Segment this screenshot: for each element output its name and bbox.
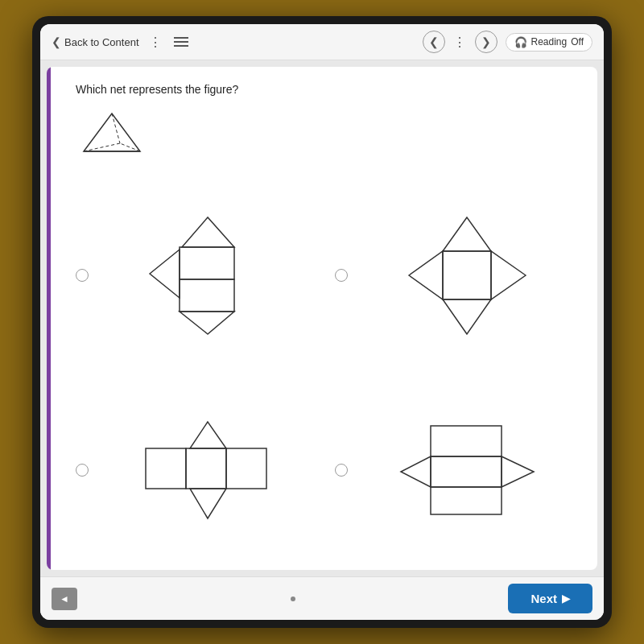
progress-dot xyxy=(291,597,295,601)
left-accent-bar xyxy=(47,67,51,570)
svg-rect-10 xyxy=(443,251,491,299)
svg-marker-13 xyxy=(443,299,491,334)
radio-b[interactable] xyxy=(335,269,348,282)
content-area: Which net represents the figure? xyxy=(47,67,597,570)
net-a-figure xyxy=(97,213,319,338)
svg-rect-16 xyxy=(146,448,186,489)
options-grid xyxy=(76,181,578,554)
net-c-figure xyxy=(97,418,319,522)
headphone-icon: 🎧 xyxy=(514,36,527,48)
radio-c[interactable] xyxy=(76,464,89,477)
net-d-figure xyxy=(356,418,578,522)
nav-left: ❮ Back to Content ⋮ xyxy=(52,35,190,50)
svg-marker-19 xyxy=(190,489,226,518)
svg-marker-5 xyxy=(182,217,234,247)
bottom-bar: ◄ Next ▶ xyxy=(40,576,604,620)
svg-rect-18 xyxy=(226,448,266,489)
reading-label: Reading xyxy=(531,36,568,47)
back-to-content-link[interactable]: ❮ Back to Content xyxy=(52,35,139,48)
reading-state: Off xyxy=(571,36,584,47)
option-b[interactable] xyxy=(335,181,578,369)
svg-marker-6 xyxy=(150,250,180,298)
top-nav: ❮ Back to Content ⋮ ❮ ⋮ ❯ 🎧 Reading xyxy=(40,24,604,60)
svg-marker-24 xyxy=(502,456,534,487)
svg-marker-11 xyxy=(443,217,491,251)
svg-rect-8 xyxy=(180,279,234,312)
chevron-left-icon: ❮ xyxy=(52,35,61,48)
next-arrow-icon: ▶ xyxy=(562,592,570,605)
back-arrow-icon: ◄ xyxy=(60,593,69,605)
menu-icon[interactable] xyxy=(172,35,190,48)
net-b-figure xyxy=(356,213,578,338)
svg-rect-17 xyxy=(186,448,226,489)
svg-marker-0 xyxy=(84,114,140,151)
option-c[interactable] xyxy=(76,386,319,554)
next-nav-button[interactable]: ❯ xyxy=(475,31,497,53)
option-d[interactable] xyxy=(335,386,578,554)
nav-right: ❮ ⋮ ❯ 🎧 Reading Off xyxy=(423,31,593,53)
vertical-dots-icon[interactable]: ⋮ xyxy=(149,35,163,50)
svg-marker-15 xyxy=(190,422,226,448)
question-text: Which net represents the figure? xyxy=(76,83,578,96)
back-label: Back to Content xyxy=(64,36,139,48)
next-button[interactable]: Next ▶ xyxy=(508,584,592,613)
option-a[interactable] xyxy=(76,181,319,369)
radio-d[interactable] xyxy=(335,464,348,477)
svg-marker-9 xyxy=(180,312,234,334)
svg-marker-14 xyxy=(409,251,443,299)
svg-rect-7 xyxy=(180,247,234,279)
next-label: Next xyxy=(530,592,557,605)
prev-chevron-icon: ❮ xyxy=(429,35,439,48)
svg-rect-20 xyxy=(431,426,502,456)
reading-toggle-button[interactable]: 🎧 Reading Off xyxy=(506,33,593,52)
svg-rect-22 xyxy=(431,487,502,514)
radio-a[interactable] xyxy=(76,269,89,282)
prev-nav-button[interactable]: ❮ xyxy=(423,31,445,53)
svg-marker-23 xyxy=(401,456,431,487)
back-square-button[interactable]: ◄ xyxy=(52,588,77,610)
more-options-icon[interactable]: ⋮ xyxy=(453,35,467,50)
next-chevron-icon: ❯ xyxy=(481,35,491,48)
svg-rect-21 xyxy=(431,456,502,487)
screen: ❮ Back to Content ⋮ ❮ ⋮ ❯ 🎧 Reading xyxy=(40,24,604,620)
tablet-frame: ❮ Back to Content ⋮ ❮ ⋮ ❯ 🎧 Reading xyxy=(32,16,612,628)
svg-marker-12 xyxy=(491,251,526,299)
pyramid-figure xyxy=(76,107,578,167)
